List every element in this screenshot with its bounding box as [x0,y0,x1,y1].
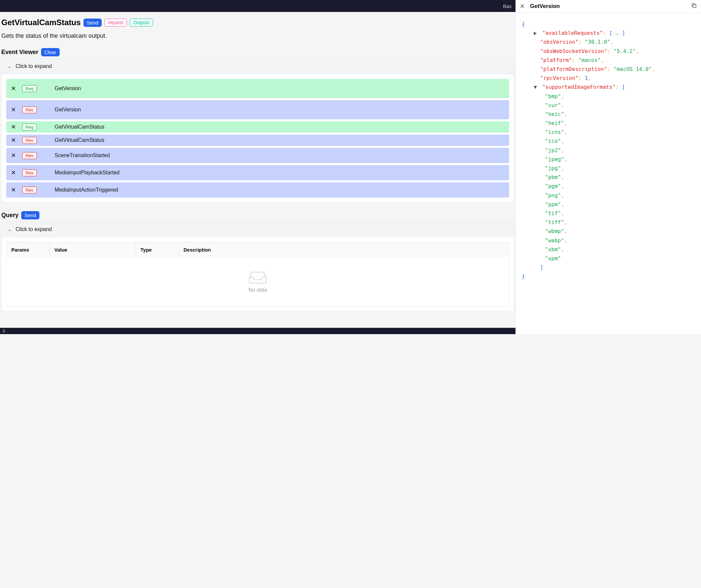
page-title: GetVirtualCamStatus [1,18,81,27]
event-row[interactable]: ✕ResGetVersion [6,100,509,119]
event-name: SceneTransitionStarted [55,153,110,158]
detail-panel: ✕ GetVersion {▶ "availableRequests": [ …… [515,0,701,334]
col-type: Type [136,242,179,257]
event-row[interactable]: ✕ReqGetVirtualCamStatus [6,121,509,133]
req-badge: Req [22,124,37,131]
close-icon[interactable]: ✕ [11,152,18,159]
close-icon[interactable]: ✕ [11,85,18,92]
detail-title: GetVersion [530,3,686,10]
close-icon[interactable]: ✕ [11,169,18,176]
event-row[interactable]: ✕ResMediaInputPlaybackStarted [6,165,509,180]
event-name: GetVersion [55,107,81,113]
event-row[interactable]: ✕ResMediaInputActionTriggered [6,182,509,198]
content-area: GetVirtualCamStatus Send request Outputs… [0,12,515,328]
res-badge: Res [22,187,37,194]
chevron-down-icon: ⌄ [8,64,12,69]
col-value: Value [50,242,136,257]
params-table: Params Value Type Description [6,242,509,307]
events-list: ✕ReqGetVersion✕ResGetVersion✕ReqGetVirtu… [2,74,514,202]
col-params: Params [7,242,50,257]
event-name: MediaInputPlaybackStarted [55,170,120,176]
page-description: Gets the status of the virtualcam output… [1,29,514,46]
close-icon[interactable]: ✕ [11,123,18,131]
json-viewer[interactable]: {▶ "availableRequests": [ … ] "obsVersio… [516,13,701,334]
close-icon[interactable]: ✕ [520,3,525,10]
query-card: ⌄ Click to expand Params Value Type Desc… [1,221,514,312]
empty-state: No data [7,257,509,307]
bottom-text: 0 [3,329,5,334]
query-title: Query [1,212,19,219]
query-table-wrap: Params Value Type Description [2,237,514,311]
main-panel: Bas GetVirtualCamStatus Send request Out… [0,0,515,334]
res-badge: Res [22,107,37,113]
event-name: GetVirtualCamStatus [55,137,104,143]
close-icon[interactable]: ✕ [11,186,18,194]
empty-text: No data [7,287,509,293]
res-badge: Res [22,169,37,176]
query-header: Query Send [1,209,514,221]
outputs-tag[interactable]: Outputs [130,19,153,26]
detail-header: ✕ GetVersion [516,0,701,13]
col-description: Description [179,242,509,257]
event-viewer-card: ⌄ Click to expand ✕ReqGetVersion✕ResGetV… [1,58,514,203]
res-badge: Res [22,137,37,144]
chevron-down-icon: ⌄ [8,227,12,232]
event-row[interactable]: ✕ResSceneTransitionStarted [6,148,509,163]
send-button[interactable]: Send [83,19,102,27]
event-name: GetVirtualCamStatus [55,124,104,130]
close-icon[interactable]: ✕ [11,106,18,113]
query-send-button[interactable]: Send [21,211,39,219]
clear-button[interactable]: Clear [41,48,60,56]
expand-label: Click to expand [16,63,52,69]
event-viewer-header: Event Viewer Clear [1,46,514,58]
req-badge: Req [22,85,37,92]
bottom-bar: 0 [0,328,515,334]
top-bar: Bas [0,0,515,12]
event-row[interactable]: ✕ReqGetVersion [6,79,509,98]
copy-icon[interactable] [691,3,697,10]
query-expand[interactable]: ⌄ Click to expand [2,222,514,237]
event-name: MediaInputActionTriggered [55,187,118,193]
event-row[interactable]: ✕ResGetVirtualCamStatus [6,135,509,146]
res-badge: Res [22,152,37,159]
event-viewer-expand[interactable]: ⌄ Click to expand [2,59,514,74]
query-expand-label: Click to expand [16,226,52,232]
page-header: GetVirtualCamStatus Send request Outputs [1,16,514,29]
svg-rect-0 [693,5,696,8]
close-icon[interactable]: ✕ [11,137,18,144]
inbox-icon [248,270,268,284]
event-viewer-title: Event Viewer [1,49,38,56]
event-name: GetVersion [55,85,81,91]
request-tag[interactable]: request [104,19,127,26]
topbar-text: Bas [503,3,511,9]
